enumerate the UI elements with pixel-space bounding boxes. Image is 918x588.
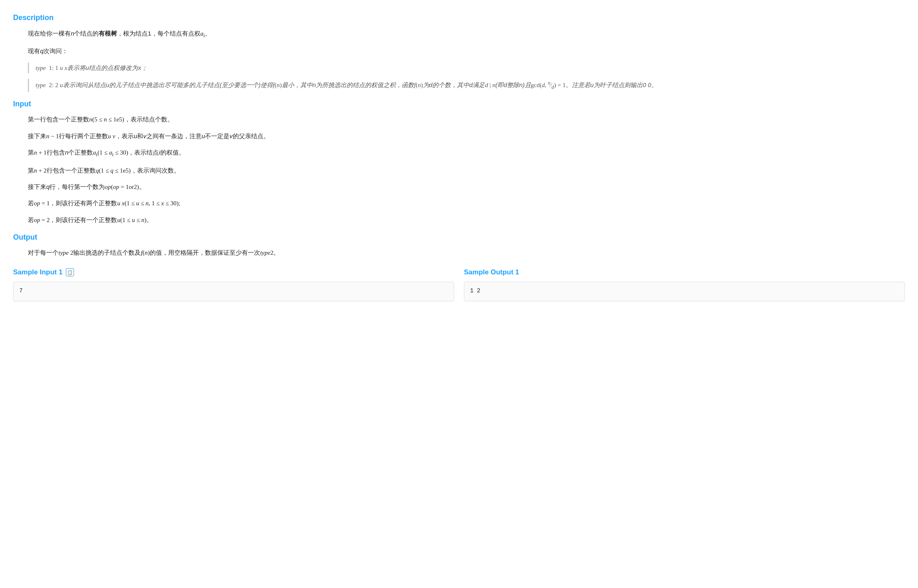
sample-output-col: Sample Output 1 1 2 [464,267,905,301]
sample-input-box: 7 [13,282,454,301]
description-blockquote-2: type 2: 2 u表示询问从结点u的儿子结点中挑选出尽可能多的儿子结点(至少… [28,79,905,92]
input-para-5: 接下来q行，每行第一个数为op(op = 1or2)。 [28,182,905,192]
input-title: Input [13,98,905,110]
input-para-4: 第n + 2行包含一个正整数q(1 ≤ q ≤ 1e5)，表示询问次数。 [28,165,905,176]
sample-input-col: Sample Input 1 📋 7 [13,267,454,301]
sample-input-title: Sample Input 1 📋 [13,267,454,278]
copy-input-icon[interactable]: 📋 [66,268,74,276]
output-para-1: 对于每一个type 2输出挑选的子结点个数及f(n)的值，用空格隔开，数据保证至… [28,247,905,258]
input-para-2: 接下来n − 1行每行两个正整数u v，表示u和v之间有一条边，注意u不一定是v… [28,131,905,141]
sample-output-box: 1 2 [464,282,905,301]
sample-output-title: Sample Output 1 [464,267,905,278]
description-section: Description 现在给你一棵有n个结点的有根树，根为结点1，每个结点有点… [13,11,905,92]
description-title: Description [13,11,905,24]
description-para-1: 现在给你一棵有n个结点的有根树，根为结点1，每个结点有点权ai。 [28,28,905,40]
input-para-7: 若op = 2，则该行还有一个正整数u(1 ≤ u ≤ n)。 [28,215,905,225]
input-para-6: 若op = 1，则该行还有两个正整数u x(1 ≤ u ≤ n, 1 ≤ x ≤… [28,198,905,209]
description-para-2: 现有q次询问： [28,46,905,56]
description-blockquote-1: type 1: 1 u x表示将u结点的点权修改为x； [28,63,905,73]
samples-row: Sample Input 1 📋 7 Sample Output 1 1 2 [13,267,905,301]
output-section: Output 对于每一个type 2输出挑选的子结点个数及f(n)的值，用空格隔… [13,231,905,258]
output-title: Output [13,231,905,244]
input-section: Input 第一行包含一个正整数n(5 ≤ n ≤ 1e5)，表示结点个数。 接… [13,98,905,225]
input-para-3: 第n + 1行包含n个正整数ai(1 ≤ ai ≤ 30)，表示结点i的权值。 [28,147,905,159]
input-para-1: 第一行包含一个正整数n(5 ≤ n ≤ 1e5)，表示结点个数。 [28,114,905,125]
